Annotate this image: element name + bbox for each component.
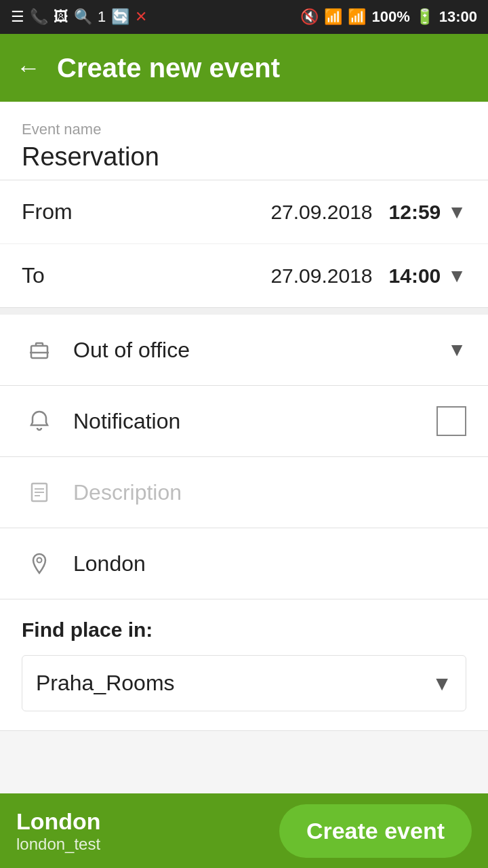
separator-1 xyxy=(0,308,488,315)
from-date: 27.09.2018 xyxy=(270,201,372,224)
signal-icon: 📶 xyxy=(348,8,366,26)
image-icon: 🖼 xyxy=(54,8,68,26)
sim-icon: 1 xyxy=(98,8,106,26)
briefcase-icon xyxy=(22,332,57,368)
location-pin-icon xyxy=(22,546,57,581)
mute-icon: 🔇 xyxy=(300,8,319,26)
bottom-location-sub: london_test xyxy=(16,835,263,854)
sync-icon: 🔄 xyxy=(111,8,129,26)
find-place-dropdown[interactable]: Praha_Rooms ▼ xyxy=(22,655,466,711)
description-icon xyxy=(22,475,57,510)
from-label: From xyxy=(22,199,270,224)
page-title: Create new event xyxy=(57,53,280,83)
status-text: Out of office xyxy=(73,338,447,363)
to-chevron-icon: ▼ xyxy=(447,265,466,287)
find-place-section: Find place in: Praha_Rooms ▼ xyxy=(0,599,488,731)
to-date: 27.09.2018 xyxy=(270,264,372,288)
form-content: Event name Reservation From 27.09.2018 1… xyxy=(0,102,488,731)
event-name-label: Event name xyxy=(22,121,466,138)
create-event-button[interactable]: Create event xyxy=(279,804,472,858)
datetime-section: From 27.09.2018 12:59 ▼ To 27.09.2018 14… xyxy=(0,180,488,308)
bottom-location-name: London xyxy=(16,808,263,835)
to-time: 14:00 xyxy=(389,264,441,288)
event-name-value[interactable]: Reservation xyxy=(22,142,466,172)
find-place-dropdown-text: Praha_Rooms xyxy=(36,671,432,696)
description-row[interactable]: Description xyxy=(0,457,488,528)
time-display: 13:00 xyxy=(439,8,477,26)
notification-checkbox[interactable] xyxy=(436,406,466,436)
battery-text: 100% xyxy=(371,8,409,26)
x-icon: ✕ xyxy=(135,8,147,26)
notification-icon: ☰ xyxy=(11,8,24,26)
call-icon: 📞 xyxy=(30,8,48,26)
bottom-bar: London london_test Create event xyxy=(0,793,488,868)
event-name-section: Event name Reservation xyxy=(0,102,488,180)
svg-point-5 xyxy=(37,558,42,563)
from-chevron-icon: ▼ xyxy=(447,201,466,223)
status-icons: ☰ 📞 🖼 🔍 1 🔄 ✕ xyxy=(11,8,147,26)
bell-icon xyxy=(22,403,57,439)
search-icon: 🔍 xyxy=(74,8,92,26)
from-time: 12:59 xyxy=(389,201,441,224)
to-row[interactable]: To 27.09.2018 14:00 ▼ xyxy=(0,244,488,307)
notification-text: Notification xyxy=(73,409,436,434)
back-button[interactable]: ← xyxy=(16,54,41,82)
battery-icon: 🔋 xyxy=(415,8,434,26)
from-row[interactable]: From 27.09.2018 12:59 ▼ xyxy=(0,180,488,244)
status-bar: ☰ 📞 🖼 🔍 1 🔄 ✕ 🔇 📶 📶 100% 🔋 13:00 xyxy=(0,0,488,34)
status-row[interactable]: Out of office ▼ xyxy=(0,315,488,386)
location-text: London xyxy=(73,551,466,576)
status-right-icons: 🔇 📶 📶 100% 🔋 13:00 xyxy=(300,8,477,26)
bottom-location: London london_test xyxy=(0,808,279,854)
notification-row[interactable]: Notification xyxy=(0,386,488,457)
find-place-chevron-icon: ▼ xyxy=(432,672,452,695)
toolbar: ← Create new event xyxy=(0,34,488,102)
find-place-label: Find place in: xyxy=(22,618,466,642)
wifi-icon: 📶 xyxy=(324,8,342,26)
location-row[interactable]: London xyxy=(0,528,488,599)
to-label: To xyxy=(22,263,270,288)
status-chevron-icon: ▼ xyxy=(447,339,466,361)
description-placeholder: Description xyxy=(73,480,466,505)
